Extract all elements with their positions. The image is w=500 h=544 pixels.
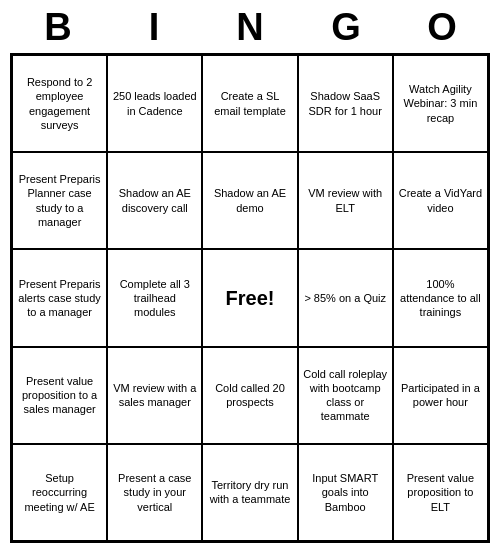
bingo-cell-r3-c2: Cold called 20 prospects — [202, 347, 297, 444]
bingo-cell-r4-c3: Input SMART goals into Bamboo — [298, 444, 393, 541]
bingo-cell-r3-c4: Participated in a power hour — [393, 347, 488, 444]
bingo-cell-r0-c3: Shadow SaaS SDR for 1 hour — [298, 55, 393, 152]
bingo-cell-r1-c2: Shadow an AE demo — [202, 152, 297, 249]
bingo-cell-r2-c1: Complete all 3 trailhead modules — [107, 249, 202, 346]
bingo-cell-r2-c3: > 85% on a Quiz — [298, 249, 393, 346]
bingo-cell-r0-c1: 250 leads loaded in Cadence — [107, 55, 202, 152]
bingo-cell-r0-c4: Watch Agility Webinar: 3 min recap — [393, 55, 488, 152]
bingo-cell-r4-c2: Territory dry run with a teammate — [202, 444, 297, 541]
bingo-cell-r2-c0: Present Preparis alerts case study to a … — [12, 249, 107, 346]
bingo-letter-o: O — [398, 6, 486, 49]
bingo-letter-i: I — [110, 6, 198, 49]
bingo-cell-r1-c4: Create a VidYard video — [393, 152, 488, 249]
bingo-cell-r2-c2: Free! — [202, 249, 297, 346]
bingo-cell-r3-c1: VM review with a sales manager — [107, 347, 202, 444]
bingo-letter-n: N — [206, 6, 294, 49]
bingo-cell-r1-c0: Present Preparis Planner case study to a… — [12, 152, 107, 249]
bingo-letter-b: B — [14, 6, 102, 49]
bingo-cell-r3-c0: Present value proposition to a sales man… — [12, 347, 107, 444]
bingo-cell-r1-c3: VM review with ELT — [298, 152, 393, 249]
bingo-cell-r4-c0: Setup reoccurring meeting w/ AE — [12, 444, 107, 541]
bingo-cell-r4-c1: Present a case study in your vertical — [107, 444, 202, 541]
bingo-cell-r2-c4: 100% attendance to all trainings — [393, 249, 488, 346]
bingo-cell-r0-c0: Respond to 2 employee engagement surveys — [12, 55, 107, 152]
bingo-cell-r3-c3: Cold call roleplay with bootcamp class o… — [298, 347, 393, 444]
bingo-cell-r0-c2: Create a SL email template — [202, 55, 297, 152]
bingo-title: BINGO — [10, 6, 490, 49]
bingo-cell-r1-c1: Shadow an AE discovery call — [107, 152, 202, 249]
bingo-cell-r4-c4: Present value proposition to ELT — [393, 444, 488, 541]
bingo-grid: Respond to 2 employee engagement surveys… — [10, 53, 490, 543]
bingo-letter-g: G — [302, 6, 390, 49]
